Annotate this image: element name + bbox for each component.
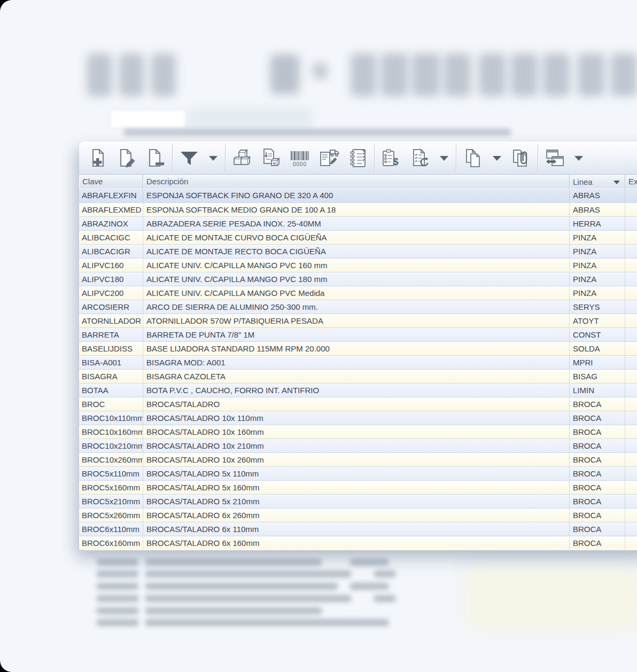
barcode-label: 0000 (293, 162, 307, 167)
cell-linea: PINZA (570, 272, 625, 286)
table-row[interactable]: BROC5x110mm BROCAS/TALADRO 5x 110mm BROC… (79, 466, 637, 480)
refresh-dropdown-button[interactable] (434, 145, 454, 171)
cell-ex (625, 272, 637, 286)
table-row[interactable]: ALIBCACIGR ALICATE DE MONTAJE RECTO BOCA… (79, 244, 637, 258)
blurred-row-text (97, 595, 138, 602)
toolbar-divider (225, 144, 226, 172)
copy-button[interactable] (459, 145, 487, 171)
blurred-row-text (145, 607, 322, 614)
cell-descripcion: ESPONJA SOFTBACK MEDIO GRANO DE 100 A 18 (143, 203, 570, 216)
cell-ex (625, 259, 637, 272)
inventory-button[interactable] (228, 145, 257, 171)
filter-arrow-icon[interactable] (613, 181, 620, 184)
stock-document-button[interactable] (257, 145, 285, 171)
attachments-button[interactable] (507, 145, 535, 171)
transfer-dropdown-button[interactable] (569, 145, 588, 171)
table-row[interactable]: BISA-A001 BISAGRA MOD: A001 MPRI (79, 355, 637, 369)
transfer-window-button[interactable] (540, 145, 569, 171)
blurred-row-text (97, 619, 138, 626)
blurred-toolbar-icon (578, 53, 604, 96)
table-row[interactable]: ALIPVC160 ALICATE UNIV. C/CAPILLA MANGO … (79, 258, 637, 272)
cell-descripcion: ALICATE DE MONTAJE RECTO BOCA CIGÜEÑA (143, 245, 570, 258)
cell-clave: BISA-A001 (79, 356, 143, 369)
blurred-toolbar-icon (611, 53, 637, 96)
cell-linea: SOLDA (570, 342, 625, 355)
column-header-linea[interactable]: Linea (570, 175, 625, 189)
chevron-down-icon (492, 155, 502, 161)
table-row[interactable]: BISAGRA BISAGRA CAZOLETA BISAG (79, 369, 637, 383)
barcode-button[interactable]: 0000 (285, 145, 314, 171)
table-row[interactable]: ABRAFLEXFIN ESPONJA SOFTBACK FINO GRANO … (79, 189, 637, 202)
clipboard-truck-icon (318, 147, 339, 169)
blurred-toolbar-icon (151, 53, 176, 96)
chevron-down-icon (208, 155, 218, 161)
blurred-toolbar-icon (351, 53, 376, 96)
table-row[interactable]: BASELIJDISS BASE LIJADORA STANDARD 115MM… (79, 341, 637, 355)
table-row[interactable]: BROC10x260mm BROCAS/TALADRO 10x 260mm BR… (79, 452, 637, 466)
table-row[interactable]: ABRAZINOX ABRAZADERA SERIE PESADA INOX. … (79, 216, 637, 230)
cell-linea: ABRAS (570, 189, 625, 202)
filter-dropdown-button[interactable] (204, 145, 223, 171)
cell-ex (625, 453, 637, 466)
new-record-button[interactable] (83, 145, 112, 171)
delivery-note-button[interactable] (314, 145, 343, 171)
table-row[interactable]: BROC5x260mm BROCAS/TALADRO 6x 260mm BROC… (79, 508, 637, 522)
cell-clave: ALIBCACIGC (79, 231, 143, 244)
refresh-list-button[interactable] (406, 145, 434, 171)
cell-descripcion: BROCAS/TALADRO (143, 397, 570, 411)
document-refresh-icon (409, 147, 431, 169)
funnel-icon (178, 147, 200, 169)
table-row[interactable]: ALIPVC200 ALICATE UNIV. C/CAPILLA MANGO … (79, 286, 637, 300)
blurred-toolbar-icon (479, 53, 506, 96)
blurred-row-text (145, 559, 322, 566)
table-row[interactable]: ARCOSIERR ARCO DE SIERRA DE ALUMINIO 250… (79, 300, 637, 314)
document-plus-icon (87, 147, 108, 169)
table-row[interactable]: ALIPVC180 ALICATE UNIV. C/CAPILLA MANGO … (79, 272, 637, 286)
edit-record-button[interactable] (112, 145, 141, 171)
blurred-toolbar-icon (119, 53, 144, 96)
cell-descripcion: ALICATE UNIV. C/CAPILLA MANGO PVC Medida (143, 286, 570, 300)
table-row[interactable]: BROC6x110mm BROCAS/TALADRO 6x 110mm BROC… (79, 522, 637, 536)
price-list-button[interactable]: $ (377, 145, 406, 171)
cell-linea: MPRI (570, 356, 625, 369)
table-row[interactable]: ALIBCACIGC ALICATE DE MONTAJE CURVO BOCA… (79, 230, 637, 244)
table-row[interactable]: BROC10x110mm BROCAS/TALADRO 10x 110mm BR… (79, 411, 637, 425)
cell-linea: PINZA (570, 259, 625, 272)
blurred-toolbar-icon (444, 53, 471, 96)
cell-clave: ARCOSIERR (79, 300, 143, 314)
cell-clave: ALIPVC180 (79, 272, 143, 286)
cell-ex (625, 342, 637, 355)
column-header-clave[interactable]: Clave (79, 175, 143, 189)
cell-descripcion: ATORNILLADOR 570W P/TABIQUERIA PESADA (143, 314, 570, 327)
table-row[interactable]: BROC10x160mm BROCAS/TALADRO 10x 160mm BR… (79, 425, 637, 439)
catalog-toolbar: 0000 (79, 142, 637, 175)
table-row[interactable]: BROC6x160mm BROCAS/TALADRO 6x 160mm BROC… (79, 536, 637, 550)
table-row[interactable]: ATORNLLADOR ATORNILLADOR 570W P/TABIQUER… (79, 314, 637, 327)
table-row[interactable]: BROC10x210mm BROCAS/TALADRO 10x 210mm BR… (79, 439, 637, 452)
cell-linea: CONST (570, 328, 625, 341)
cell-linea: ABRAS (570, 203, 625, 216)
cell-ex (625, 536, 637, 550)
table-row[interactable]: BROC BROCAS/TALADRO BROCA (79, 397, 637, 411)
cell-clave: BROC6x160mm (79, 536, 143, 550)
delete-record-button[interactable] (141, 145, 170, 171)
column-header-ex[interactable]: Ex (625, 175, 637, 189)
cell-ex (625, 370, 637, 383)
table-row[interactable]: BARRETA BARRETA DE PUNTA 7/8" 1M CONST (79, 327, 637, 341)
table-row[interactable]: BROC5x210mm BROCAS/TALADRO 5x 210mm BROC… (79, 494, 637, 508)
blurred-toolbar-icon (381, 53, 408, 96)
cell-linea: PINZA (570, 245, 625, 258)
cell-descripcion: BROCAS/TALADRO 10x 160mm (143, 425, 570, 439)
cell-ex (625, 439, 637, 452)
cell-ex (625, 467, 637, 480)
cell-descripcion: ABRAZADERA SERIE PESADA INOX. 25-40MM (143, 217, 570, 230)
column-header-descripcion[interactable]: Descripción (143, 175, 570, 189)
table-row[interactable]: BOTAA BOTA P.V.C , CAUCHO, FORRO INT. AN… (79, 383, 637, 397)
filter-button[interactable] (175, 145, 204, 171)
table-row[interactable]: ABRAFLEXMED ESPONJA SOFTBACK MEDIO GRANO… (79, 202, 637, 216)
blurred-toolbar-icon (543, 53, 570, 96)
table-row[interactable]: BROC5x160mm BROCAS/TALADRO 5x 160mm BROC… (79, 480, 637, 494)
catalog-button[interactable] (343, 145, 372, 171)
copy-dropdown-button[interactable] (487, 145, 507, 171)
cell-descripcion: ALICATE UNIV. C/CAPILLA MANGO PVC 180 mm (143, 272, 570, 286)
